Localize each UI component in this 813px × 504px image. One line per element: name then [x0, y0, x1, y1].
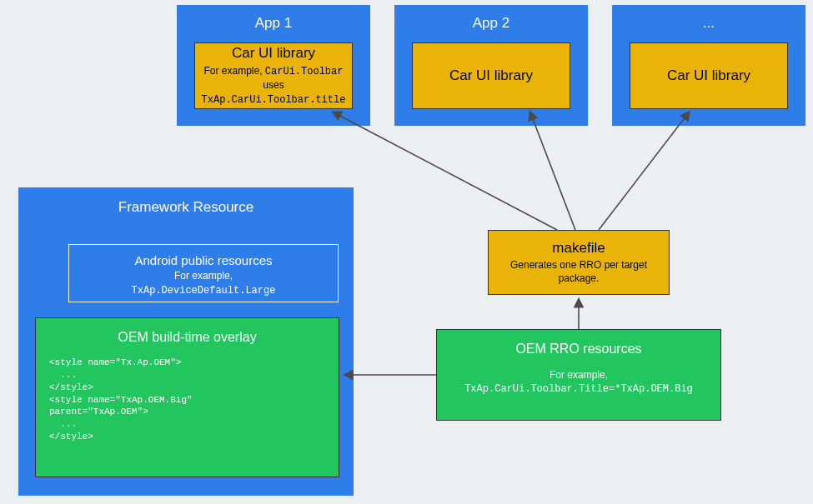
- car-ui-library-1-sub: For example, CarUi.Toolbar uses TxAp.Car…: [195, 64, 352, 107]
- makefile-box: makefile Generates one RRO per target pa…: [488, 230, 670, 295]
- oem-rro-box: OEM RRO resources For example, TxAp.CarU…: [436, 329, 721, 421]
- app-3-box: ... Car UI library: [612, 5, 805, 126]
- framework-title: Framework Resource: [18, 199, 354, 216]
- public-resources-title: Android public resources: [69, 253, 338, 267]
- public-resources-box: Android public resources For example, Tx…: [68, 244, 339, 302]
- app-2-box: App 2 Car UI library: [394, 5, 588, 126]
- oem-overlay-title: OEM build-time overlay: [49, 330, 325, 345]
- arrow-makefile-to-app2: [530, 112, 575, 230]
- oem-overlay-code: <style name="Tx.Ap.OEM"> ... </style> <s…: [49, 357, 325, 443]
- arrow-makefile-to-app1: [334, 112, 557, 230]
- app-1-box: App 1 Car UI library For example, CarUi.…: [177, 5, 370, 126]
- oem-overlay-box: OEM build-time overlay <style name="Tx.A…: [35, 317, 339, 477]
- arrow-makefile-to-app3: [599, 112, 689, 230]
- car-ui-library-1: Car UI library For example, CarUi.Toolba…: [194, 42, 353, 109]
- oem-rro-title: OEM RRO resources: [437, 342, 720, 357]
- makefile-sub: Generates one RRO per target package.: [489, 258, 669, 285]
- framework-resource-box: Framework Resource Android public resour…: [18, 187, 354, 496]
- oem-rro-sub: For example, TxAp.CarUi.Toolbar.Title=*T…: [437, 368, 720, 397]
- makefile-title: makefile: [489, 240, 669, 257]
- car-ui-library-2: Car UI library: [412, 42, 570, 109]
- public-resources-sub: For example, TxAp.DeviceDefault.Large: [69, 269, 338, 298]
- car-ui-library-1-title: Car UI library: [195, 45, 352, 62]
- app-3-title: ...: [612, 15, 805, 32]
- app-1-title: App 1: [177, 15, 370, 32]
- app-2-title: App 2: [394, 15, 588, 32]
- car-ui-library-3: Car UI library: [630, 42, 788, 109]
- car-ui-library-2-title: Car UI library: [413, 67, 570, 84]
- car-ui-library-3-title: Car UI library: [630, 67, 787, 84]
